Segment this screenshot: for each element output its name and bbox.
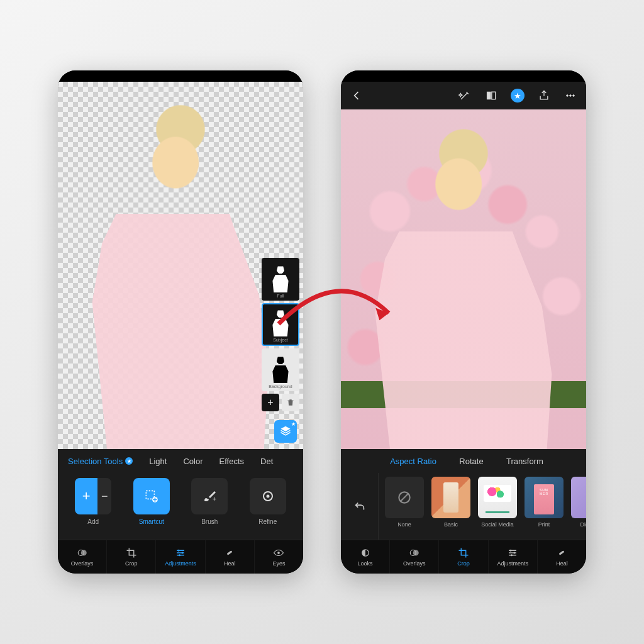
tab-transform[interactable]: Transform — [506, 457, 543, 466]
phone-right-editor: ★ Aspect Ratio Rotate Transform None — [341, 70, 586, 574]
tab-color[interactable]: Color — [183, 457, 203, 466]
nav-adjustments[interactable]: Adjustments — [156, 540, 205, 574]
tool-add[interactable]: + − Add — [70, 478, 116, 525]
bottom-nav-left: Overlays Crop Adjustments Heal Eyes — [58, 540, 303, 574]
preset-none-label: None — [397, 521, 411, 528]
nav-overlays-label: Overlays — [71, 560, 94, 567]
tab-selection-label: Selection Tools — [68, 457, 123, 466]
tool-smartcut-label: Smartcut — [139, 518, 164, 525]
svg-point-16 — [573, 95, 575, 97]
tool-brush-label: Brush — [201, 518, 218, 525]
preset-print-label: Print — [538, 521, 550, 528]
nav-crop-label: Crop — [125, 560, 138, 567]
tool-add-label: Add — [87, 518, 99, 525]
nav-crop-r-label: Crop — [457, 560, 470, 567]
svg-point-22 — [514, 552, 516, 554]
svg-point-20 — [413, 550, 419, 556]
svg-point-23 — [511, 554, 513, 556]
preset-social-label: Social Media — [481, 521, 514, 528]
svg-rect-12 — [487, 92, 491, 99]
nav-eyes-label: Eyes — [272, 560, 285, 567]
nav-looks-label: Looks — [358, 560, 373, 567]
bottom-nav-right: Looks Overlays Crop Adjustments Heal — [341, 540, 586, 574]
tab-light[interactable]: Light — [149, 457, 167, 466]
svg-point-4 — [266, 495, 269, 498]
preset-print[interactable]: Print — [523, 477, 565, 536]
back-button[interactable] — [350, 89, 364, 103]
selection-background-label: Background — [269, 384, 292, 389]
edit-canvas[interactable]: Full Subject Background + — [58, 82, 303, 449]
share-icon[interactable] — [537, 89, 551, 103]
premium-star-icon[interactable]: ★ — [511, 89, 525, 103]
preset-basic[interactable]: Basic — [430, 477, 472, 536]
svg-point-21 — [510, 550, 512, 552]
preset-none[interactable]: None — [384, 477, 425, 536]
svg-point-14 — [567, 95, 569, 97]
compare-icon[interactable] — [484, 89, 498, 103]
svg-point-6 — [80, 550, 86, 556]
nav-heal-r-label: Heal — [556, 560, 568, 567]
nav-heal-label: Heal — [224, 560, 236, 567]
subject-on-background — [341, 109, 586, 449]
svg-text:+: + — [213, 496, 216, 502]
minus-icon: − — [97, 478, 111, 514]
tool-refine[interactable]: Refine — [245, 478, 291, 525]
delete-selection-button[interactable] — [282, 394, 299, 411]
layers-button[interactable] — [274, 420, 297, 443]
edit-canvas-result[interactable] — [341, 109, 586, 449]
svg-rect-13 — [492, 92, 496, 99]
crop-section: Aspect Ratio Rotate Transform None Basic — [341, 449, 586, 540]
status-bar — [58, 70, 303, 82]
nav-overlays-r-label: Overlays — [403, 560, 426, 567]
phone-left-editor: Full Subject Background + Selection Too — [58, 70, 303, 574]
svg-point-15 — [570, 95, 572, 97]
selection-full-label: Full — [277, 294, 284, 298]
nav-crop-r[interactable]: Crop — [439, 540, 488, 574]
undo-button[interactable] — [341, 473, 379, 540]
preset-digital[interactable]: Digital A — [570, 477, 586, 536]
svg-rect-24 — [559, 550, 565, 555]
nav-heal[interactable]: Heal — [206, 540, 255, 574]
selection-full[interactable]: Full — [262, 258, 299, 301]
top-toolbar: ★ — [341, 82, 586, 109]
selection-thumbnails: Full Subject Background + — [262, 258, 299, 411]
preset-social-media[interactable]: Social Media — [477, 477, 518, 536]
svg-rect-10 — [227, 550, 233, 555]
tool-refine-label: Refine — [258, 518, 277, 525]
tab-aspect-ratio[interactable]: Aspect Ratio — [390, 457, 436, 466]
tab-rotate[interactable]: Rotate — [459, 457, 483, 466]
premium-badge-icon: ★ — [125, 457, 133, 465]
nav-adjustments-label: Adjustments — [165, 560, 196, 567]
nav-overlays-r[interactable]: Overlays — [390, 540, 439, 574]
adjustment-tabs: Selection Tools ★ Light Color Effects De… — [58, 449, 303, 473]
svg-point-11 — [278, 552, 280, 554]
selection-background[interactable]: Background — [262, 348, 299, 391]
svg-point-8 — [182, 552, 184, 554]
tab-effects[interactable]: Effects — [219, 457, 245, 466]
magic-wand-icon[interactable] — [458, 89, 472, 103]
preset-digital-label: Digital A — [580, 521, 586, 528]
tool-brush[interactable]: + Brush — [186, 478, 233, 525]
nav-overlays[interactable]: Overlays — [58, 540, 107, 574]
selection-subject-label: Subject — [273, 338, 287, 342]
nav-adjustments-r[interactable]: Adjustments — [489, 540, 538, 574]
tab-details[interactable]: Det — [260, 457, 273, 466]
crop-tabs: Aspect Ratio Rotate Transform — [341, 449, 586, 473]
selection-subject[interactable]: Subject — [262, 303, 299, 346]
selection-tools-row: + − Add Smartcut + Brush Refine — [58, 473, 303, 540]
svg-point-9 — [179, 554, 180, 556]
nav-eyes[interactable]: Eyes — [255, 540, 303, 574]
svg-point-7 — [178, 550, 180, 552]
tool-smartcut[interactable]: Smartcut — [128, 478, 175, 525]
nav-looks[interactable]: Looks — [341, 540, 390, 574]
add-selection-button[interactable]: + — [262, 394, 279, 411]
status-bar — [341, 70, 586, 82]
preset-basic-label: Basic — [444, 521, 458, 528]
plus-icon: + — [75, 478, 97, 514]
nav-crop[interactable]: Crop — [107, 540, 156, 574]
nav-adjustments-r-label: Adjustments — [497, 560, 528, 567]
tab-selection-tools[interactable]: Selection Tools ★ — [68, 457, 133, 466]
crop-presets[interactable]: None Basic Social Media Print Digital A — [379, 473, 586, 540]
more-icon[interactable] — [564, 89, 577, 103]
nav-heal-r[interactable]: Heal — [538, 540, 586, 574]
